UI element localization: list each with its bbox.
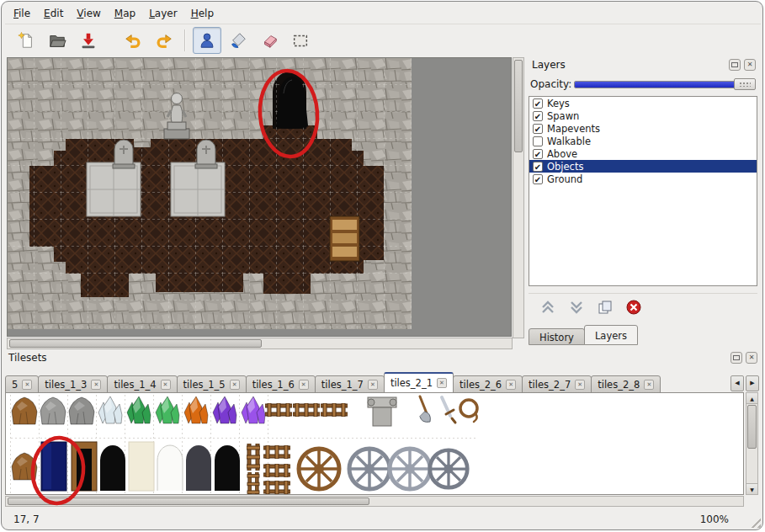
layer-row-mapevents[interactable]: ✔Mapevents [529,122,757,135]
zoom-level: 100% [700,513,729,525]
tab-close-icon[interactable]: ✕ [299,380,309,390]
map-canvas[interactable] [8,58,412,329]
scrollbar-thumb[interactable] [8,497,369,505]
new-button[interactable] [12,27,40,54]
undo-button[interactable] [119,27,147,54]
move-layer-up-button[interactable] [539,298,557,317]
tileset-tab-5[interactable]: 5✕ [5,375,39,393]
open-folder-icon [48,31,66,50]
delete-icon [625,299,642,316]
opacity-slider-track[interactable] [574,81,756,88]
menu-edit[interactable]: Edit [37,5,70,22]
menu-help[interactable]: Help [184,5,220,22]
tileset-canvas[interactable] [6,393,743,495]
resize-grip[interactable] [748,515,761,528]
tab-close-icon[interactable]: ✕ [368,380,378,390]
move-layer-down-button[interactable] [567,298,586,317]
tab-close-icon[interactable]: ✕ [161,380,171,390]
eraser-tool-button[interactable] [255,27,284,54]
tileset-tab-tiles_2_7[interactable]: tiles_2_7✕ [522,375,592,393]
layer-visibility-checkbox[interactable]: ✔ [533,149,543,159]
scrollbar-thumb[interactable] [747,405,757,449]
layer-row-objects[interactable]: ✔Objects [529,160,757,173]
tileset-tab-tiles_2_1[interactable]: tiles_2_1✕ [384,372,454,393]
layer-name: Walkable [547,136,591,147]
tab-close-icon[interactable]: ✕ [437,378,447,388]
menu-file[interactable]: File [7,5,37,22]
panel-tab-history[interactable]: History [529,328,585,345]
layers-list[interactable]: ✔Keys✔Spawn✔MapeventsWalkable✔Above✔Obje… [529,96,757,286]
menu-view[interactable]: View [70,5,107,22]
tab-close-icon[interactable]: ✕ [575,380,585,390]
tab-scroll-right-icon[interactable]: ▶ [746,375,759,391]
tileset-tab-tiles_2_8[interactable]: tiles_2_8✕ [591,375,661,393]
map-horizontal-scrollbar[interactable] [7,338,513,349]
tab-close-icon[interactable]: ✕ [230,380,240,390]
menu-map[interactable]: Map [108,5,142,22]
layer-actions [529,293,757,320]
float-icon[interactable] [729,59,741,71]
menu-layer[interactable]: Layer [142,5,183,22]
tab-close-icon[interactable]: ✕ [91,380,101,390]
tileset-tab-label: tiles_1_4 [114,379,156,391]
fill-tool-icon [229,31,247,50]
layer-row-ground[interactable]: ✔Ground [529,173,757,185]
save-icon [79,31,98,50]
stamp-tool-button[interactable] [193,27,221,54]
layer-row-spawn[interactable]: ✔Spawn [529,109,757,122]
tileset-tab-label: tiles_1_6 [252,379,295,391]
opacity-slider[interactable] [574,78,756,90]
duplicate-layer-button[interactable] [596,298,614,317]
tileset-tab-tiles_1_6[interactable]: tiles_1_6✕ [246,375,316,393]
tilesets-panel: Tilesets ✕ 5✕tiles_1_3✕tiles_1_4✕tiles_1… [2,350,763,507]
layer-name: Objects [547,161,583,173]
tileset-tab-label: tiles_2_1 [390,377,433,389]
close-icon[interactable]: ✕ [746,352,757,364]
editor-window: FileEditViewMapLayerHelp [1,1,763,530]
tab-close-icon[interactable]: ✕ [22,380,32,390]
redo-button[interactable] [150,27,178,54]
save-button[interactable] [74,27,103,54]
scroll-down-icon[interactable]: ▼ [746,483,757,494]
opacity-slider-handle[interactable] [734,78,756,90]
panel-tab-layers[interactable]: Layers [584,325,638,345]
map-vertical-scrollbar[interactable] [513,57,524,338]
tileset-tab-tiles_1_7[interactable]: tiles_1_7✕ [315,375,385,393]
tileset-tab-tiles_1_3[interactable]: tiles_1_3✕ [38,375,108,393]
layer-row-keys[interactable]: ✔Keys [529,97,757,109]
tileset-tab-tiles_2_6[interactable]: tiles_2_6✕ [453,375,523,393]
tileset-tab-label: tiles_2_8 [598,379,640,391]
tab-close-icon[interactable]: ✕ [644,380,654,390]
scroll-up-icon[interactable]: ▲ [746,393,757,404]
layer-visibility-checkbox[interactable]: ✔ [533,111,543,121]
layer-visibility-checkbox[interactable]: ✔ [533,124,543,134]
tab-scroll-left-icon[interactable]: ◀ [730,375,744,391]
tileset-tab-label: tiles_1_3 [45,379,87,391]
tileset-tab-tiles_1_5[interactable]: tiles_1_5✕ [177,375,247,393]
move-up-icon [539,299,556,316]
selected-tile[interactable] [41,442,66,491]
fill-tool-button[interactable] [224,27,252,54]
cursor-position: 17, 7 [13,513,40,525]
select-tool-button[interactable] [286,27,315,54]
tileset-horizontal-scrollbar[interactable] [5,496,744,507]
layer-visibility-checkbox[interactable]: ✔ [533,98,543,109]
layer-name: Spawn [547,110,579,122]
layer-name: Ground [547,173,582,185]
scrollbar-thumb[interactable] [514,60,523,152]
layer-visibility-checkbox[interactable] [533,136,543,146]
delete-layer-button[interactable] [624,298,643,317]
tileset-vertical-scrollbar[interactable]: ▲ ▼ [746,392,758,495]
layer-visibility-checkbox[interactable]: ✔ [533,174,543,184]
open-button[interactable] [43,27,72,54]
layer-visibility-checkbox[interactable]: ✔ [533,162,543,172]
layer-row-walkable[interactable]: Walkable [529,135,757,147]
scrollbar-thumb[interactable] [9,339,262,348]
tab-close-icon[interactable]: ✕ [506,380,516,390]
close-icon[interactable]: ✕ [744,59,756,71]
tombstone [113,140,135,168]
float-icon[interactable] [730,352,742,364]
tileset-tab-tiles_1_4[interactable]: tiles_1_4✕ [107,375,177,393]
toolbar-separator [184,29,186,51]
layer-row-above[interactable]: ✔Above [529,147,757,160]
